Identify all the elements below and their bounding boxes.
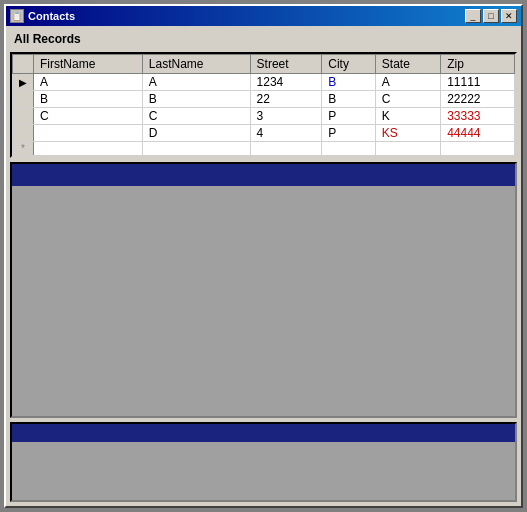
minimize-button[interactable]: _ bbox=[465, 9, 481, 23]
cell-state[interactable]: K bbox=[375, 108, 440, 125]
cell-lastname[interactable]: D bbox=[142, 125, 250, 142]
table-row[interactable]: ▶AA1234BA11111 bbox=[13, 74, 515, 91]
table-row[interactable]: D4PKS44444 bbox=[13, 125, 515, 142]
cell-city[interactable]: B bbox=[322, 74, 376, 91]
col-selector bbox=[13, 55, 34, 74]
col-state[interactable]: State bbox=[375, 55, 440, 74]
cell-firstname[interactable] bbox=[34, 142, 143, 156]
cell-firstname[interactable] bbox=[34, 125, 143, 142]
cell-state[interactable] bbox=[375, 142, 440, 156]
cell-lastname[interactable] bbox=[142, 142, 250, 156]
middle-panel bbox=[10, 162, 517, 418]
middle-header-bar bbox=[12, 164, 515, 186]
cell-firstname[interactable]: C bbox=[34, 108, 143, 125]
cell-zip[interactable]: 33333 bbox=[441, 108, 515, 125]
cell-state[interactable]: A bbox=[375, 74, 440, 91]
table-row[interactable]: CC3PK33333 bbox=[13, 108, 515, 125]
cell-state[interactable]: C bbox=[375, 91, 440, 108]
cell-lastname[interactable]: C bbox=[142, 108, 250, 125]
col-city[interactable]: City bbox=[322, 55, 376, 74]
cell-lastname[interactable]: B bbox=[142, 91, 250, 108]
col-firstname[interactable]: FirstName bbox=[34, 55, 143, 74]
col-street[interactable]: Street bbox=[250, 55, 322, 74]
cell-street[interactable] bbox=[250, 142, 322, 156]
cell-city[interactable]: B bbox=[322, 91, 376, 108]
cell-zip[interactable]: 11111 bbox=[441, 74, 515, 91]
cell-zip[interactable]: 22222 bbox=[441, 91, 515, 108]
cell-firstname[interactable]: B bbox=[34, 91, 143, 108]
title-bar: 📋 Contacts _ □ ✕ bbox=[6, 6, 521, 26]
row-selector bbox=[13, 108, 34, 125]
window-content: All Records FirstName LastName Street Ci… bbox=[6, 26, 521, 506]
cell-street[interactable]: 22 bbox=[250, 91, 322, 108]
cell-lastname[interactable]: A bbox=[142, 74, 250, 91]
cell-firstname[interactable]: A bbox=[34, 74, 143, 91]
cell-state[interactable]: KS bbox=[375, 125, 440, 142]
row-selector bbox=[13, 91, 34, 108]
cell-zip[interactable]: 44444 bbox=[441, 125, 515, 142]
contacts-table: FirstName LastName Street City State Zip… bbox=[12, 54, 515, 156]
bottom-header-bar bbox=[12, 424, 515, 442]
table-header-row: FirstName LastName Street City State Zip bbox=[13, 55, 515, 74]
row-selector: * bbox=[13, 142, 34, 156]
all-records-label: All Records bbox=[10, 30, 517, 48]
cell-zip[interactable] bbox=[441, 142, 515, 156]
close-button[interactable]: ✕ bbox=[501, 9, 517, 23]
cell-street[interactable]: 4 bbox=[250, 125, 322, 142]
maximize-button[interactable]: □ bbox=[483, 9, 499, 23]
cell-city[interactable]: P bbox=[322, 108, 376, 125]
bottom-panel bbox=[10, 422, 517, 502]
title-bar-buttons: _ □ ✕ bbox=[465, 9, 517, 23]
table-row[interactable]: BB22BC22222 bbox=[13, 91, 515, 108]
cell-street[interactable]: 3 bbox=[250, 108, 322, 125]
window-title: Contacts bbox=[28, 10, 465, 22]
table-panel: FirstName LastName Street City State Zip… bbox=[10, 52, 517, 158]
window-icon: 📋 bbox=[10, 9, 24, 23]
col-lastname[interactable]: LastName bbox=[142, 55, 250, 74]
row-selector bbox=[13, 125, 34, 142]
row-selector: ▶ bbox=[13, 74, 34, 91]
main-window: 📋 Contacts _ □ ✕ All Records FirstName L… bbox=[4, 4, 523, 508]
table-row[interactable]: * bbox=[13, 142, 515, 156]
middle-content-area bbox=[12, 186, 515, 416]
bottom-content-area bbox=[12, 442, 515, 500]
cell-city[interactable]: P bbox=[322, 125, 376, 142]
cell-city[interactable] bbox=[322, 142, 376, 156]
cell-street[interactable]: 1234 bbox=[250, 74, 322, 91]
col-zip[interactable]: Zip bbox=[441, 55, 515, 74]
